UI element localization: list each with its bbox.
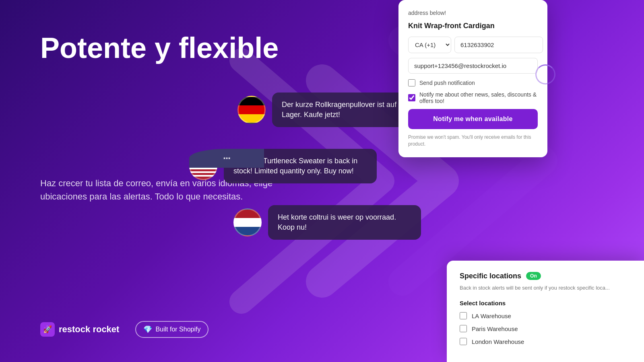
push-notification-row: Send push notification <box>408 79 538 86</box>
locations-title: Specific locations <box>460 272 521 280</box>
form-card: address below! Knit Wrap-front Cardigan … <box>398 0 547 157</box>
location-checkbox-paris[interactable] <box>460 325 467 332</box>
product-name: Knit Wrap-front Cardigan <box>408 22 538 30</box>
shopify-badge: 💎 Built for Shopify <box>135 321 208 338</box>
rocket-icon: 🚀 <box>40 322 55 337</box>
location-item-paris: Paris Warehouse <box>460 325 631 332</box>
newsletter-checkbox[interactable] <box>408 94 415 101</box>
flag-icon-de <box>237 96 266 124</box>
locations-card: Specific locations On Back in stock aler… <box>447 261 644 362</box>
push-notification-label: Send push notification <box>419 80 475 86</box>
diamond-icon: 💎 <box>143 325 152 334</box>
location-name-la: LA Warehouse <box>472 313 511 319</box>
location-checkbox-london[interactable] <box>460 338 467 345</box>
select-locations-label: Select locations <box>460 300 631 306</box>
bubble-text-nl: Het korte coltrui is weer op voorraad. K… <box>268 205 421 240</box>
spinner-decoration <box>535 64 555 84</box>
hero-title: Potente y flexible <box>40 32 282 64</box>
email-input[interactable] <box>408 58 538 74</box>
location-item-la: LA Warehouse <box>460 312 631 319</box>
shopify-label: Built for Shopify <box>155 326 200 333</box>
locations-header: Specific locations On <box>460 272 631 280</box>
location-checkbox-la[interactable] <box>460 312 467 319</box>
brand-section: 🚀 restock rocket 💎 Built for Shopify <box>40 321 208 338</box>
newsletter-label: Notify me about other news, sales, disco… <box>419 91 538 104</box>
phone-row: CA (+1) US (+1) UK (+44) DE (+49) <box>408 37 538 53</box>
notify-button[interactable]: Notify me when available <box>408 109 538 129</box>
chat-bubble-us: ★★★ Cropped Turtleneck Sweater is back i… <box>189 149 377 183</box>
brand-name: restock rocket <box>59 324 119 335</box>
chat-bubble-nl: Het korte coltrui is weer op voorraad. K… <box>233 205 421 240</box>
spam-note: Promise we won't spam. You'll only recei… <box>408 134 538 148</box>
country-code-select[interactable]: CA (+1) US (+1) UK (+44) DE (+49) <box>408 37 451 53</box>
flag-icon-nl <box>233 208 262 237</box>
phone-input[interactable] <box>454 37 543 53</box>
location-name-paris: Paris Warehouse <box>472 325 518 332</box>
location-name-london: London Warehouse <box>472 338 524 345</box>
locations-description: Back in stock alerts will be sent only i… <box>460 284 631 292</box>
on-badge: On <box>526 272 541 280</box>
chat-bubble-de: Der kurze Rollkragenpullover ist auf Lag… <box>237 93 425 127</box>
brand-logo: 🚀 restock rocket <box>40 322 119 337</box>
flag-icon-us: ★★★ <box>189 152 217 180</box>
location-item-london: London Warehouse <box>460 338 631 345</box>
form-intro: address below! <box>408 10 538 16</box>
newsletter-row: Notify me about other news, sales, disco… <box>408 91 538 104</box>
push-notification-checkbox[interactable] <box>408 79 415 86</box>
